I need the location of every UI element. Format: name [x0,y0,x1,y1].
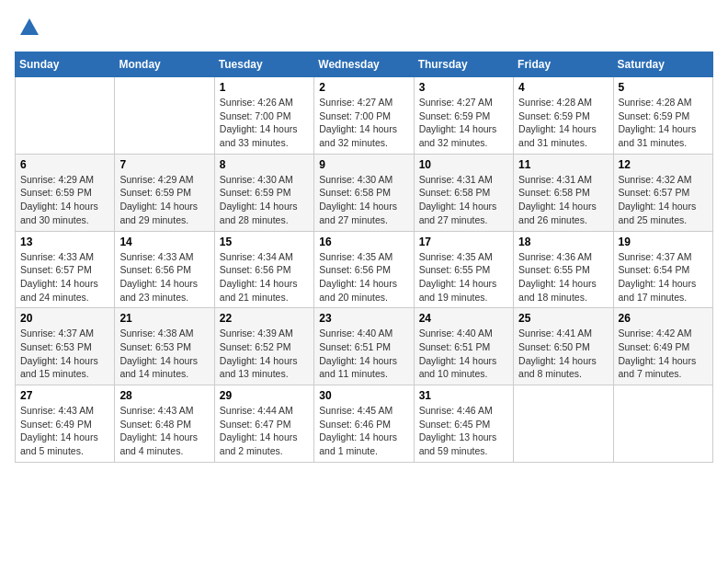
day-number: 20 [20,312,109,325]
day-number: 21 [119,312,209,325]
calendar-cell: 21Sunrise: 4:38 AM Sunset: 6:53 PM Dayli… [115,308,214,385]
day-info: Sunrise: 4:43 AM Sunset: 6:49 PM Dayligh… [20,404,109,458]
calendar-cell: 1Sunrise: 4:26 AM Sunset: 7:00 PM Daylig… [214,77,313,155]
day-number: 9 [319,158,408,171]
calendar-cell: 9Sunrise: 4:30 AM Sunset: 6:58 PM Daylig… [314,154,414,231]
day-number: 16 [319,236,408,248]
day-number: 3 [419,81,508,94]
logo-icon [17,15,42,40]
day-number: 15 [220,236,309,248]
day-number: 11 [518,158,608,171]
calendar-cell: 20Sunrise: 4:37 AM Sunset: 6:53 PM Dayli… [16,308,115,385]
day-info: Sunrise: 4:39 AM Sunset: 6:52 PM Dayligh… [220,327,309,381]
column-header-monday: Monday [115,52,214,77]
column-header-saturday: Saturday [613,52,712,77]
calendar-cell: 27Sunrise: 4:43 AM Sunset: 6:49 PM Dayli… [16,385,115,463]
day-number: 29 [220,389,309,402]
day-number: 24 [419,312,508,325]
calendar-cell: 3Sunrise: 4:27 AM Sunset: 6:59 PM Daylig… [414,77,513,155]
calendar-cell: 12Sunrise: 4:32 AM Sunset: 6:57 PM Dayli… [613,154,712,231]
calendar-cell: 31Sunrise: 4:46 AM Sunset: 6:45 PM Dayli… [414,385,513,463]
day-number: 23 [319,312,408,325]
calendar-cell: 28Sunrise: 4:43 AM Sunset: 6:48 PM Dayli… [115,385,214,463]
calendar-cell: 5Sunrise: 4:28 AM Sunset: 6:59 PM Daylig… [613,77,712,155]
calendar-cell: 15Sunrise: 4:34 AM Sunset: 6:56 PM Dayli… [214,231,313,308]
day-info: Sunrise: 4:45 AM Sunset: 6:46 PM Dayligh… [319,404,408,458]
day-info: Sunrise: 4:41 AM Sunset: 6:50 PM Dayligh… [518,327,608,381]
day-info: Sunrise: 4:35 AM Sunset: 6:55 PM Dayligh… [419,250,508,304]
day-info: Sunrise: 4:43 AM Sunset: 6:48 PM Dayligh… [119,404,209,458]
day-info: Sunrise: 4:32 AM Sunset: 6:57 PM Dayligh… [619,173,708,227]
day-info: Sunrise: 4:28 AM Sunset: 6:59 PM Dayligh… [518,96,608,150]
day-info: Sunrise: 4:27 AM Sunset: 6:59 PM Dayligh… [419,96,508,150]
calendar-cell: 6Sunrise: 4:29 AM Sunset: 6:59 PM Daylig… [16,154,115,231]
day-info: Sunrise: 4:37 AM Sunset: 6:53 PM Dayligh… [20,327,109,381]
day-number: 30 [319,389,408,402]
day-number: 5 [619,81,708,94]
day-number: 10 [419,158,508,171]
calendar-cell: 14Sunrise: 4:33 AM Sunset: 6:56 PM Dayli… [115,231,214,308]
calendar-cell: 2Sunrise: 4:27 AM Sunset: 7:00 PM Daylig… [314,77,414,155]
week-row-2: 6Sunrise: 4:29 AM Sunset: 6:59 PM Daylig… [16,154,713,231]
day-number: 28 [119,389,209,402]
day-info: Sunrise: 4:38 AM Sunset: 6:53 PM Dayligh… [119,327,209,381]
day-number: 31 [419,389,508,402]
day-info: Sunrise: 4:40 AM Sunset: 6:51 PM Dayligh… [319,327,408,381]
calendar-cell: 25Sunrise: 4:41 AM Sunset: 6:50 PM Dayli… [514,308,613,385]
day-number: 1 [220,81,309,94]
calendar-cell: 30Sunrise: 4:45 AM Sunset: 6:46 PM Dayli… [314,385,414,463]
week-row-4: 20Sunrise: 4:37 AM Sunset: 6:53 PM Dayli… [16,308,713,385]
calendar-cell: 11Sunrise: 4:31 AM Sunset: 6:58 PM Dayli… [514,154,613,231]
day-number: 17 [419,236,508,248]
day-info: Sunrise: 4:29 AM Sunset: 6:59 PM Dayligh… [20,173,109,227]
day-info: Sunrise: 4:37 AM Sunset: 6:54 PM Dayligh… [619,250,708,304]
day-info: Sunrise: 4:46 AM Sunset: 6:45 PM Dayligh… [419,404,508,458]
calendar-cell: 24Sunrise: 4:40 AM Sunset: 6:51 PM Dayli… [414,308,513,385]
calendar-cell: 18Sunrise: 4:36 AM Sunset: 6:55 PM Dayli… [514,231,613,308]
day-number: 25 [518,312,608,325]
day-number: 19 [619,236,708,248]
column-header-thursday: Thursday [414,52,513,77]
calendar-cell: 13Sunrise: 4:33 AM Sunset: 6:57 PM Dayli… [16,231,115,308]
day-info: Sunrise: 4:33 AM Sunset: 6:56 PM Dayligh… [119,250,209,304]
day-number: 8 [220,158,309,171]
week-row-3: 13Sunrise: 4:33 AM Sunset: 6:57 PM Dayli… [16,231,713,308]
day-number: 2 [319,81,408,94]
day-info: Sunrise: 4:27 AM Sunset: 7:00 PM Dayligh… [319,96,408,150]
day-number: 27 [20,389,109,402]
calendar-cell [514,385,613,463]
day-number: 14 [119,236,209,248]
day-info: Sunrise: 4:29 AM Sunset: 6:59 PM Dayligh… [119,173,209,227]
day-info: Sunrise: 4:33 AM Sunset: 6:57 PM Dayligh… [20,250,109,304]
day-info: Sunrise: 4:31 AM Sunset: 6:58 PM Dayligh… [419,173,508,227]
calendar-cell: 8Sunrise: 4:30 AM Sunset: 6:59 PM Daylig… [214,154,313,231]
calendar-cell: 26Sunrise: 4:42 AM Sunset: 6:49 PM Dayli… [613,308,712,385]
day-number: 22 [220,312,309,325]
day-number: 12 [619,158,708,171]
column-header-wednesday: Wednesday [314,52,414,77]
calendar-cell: 22Sunrise: 4:39 AM Sunset: 6:52 PM Dayli… [214,308,313,385]
day-info: Sunrise: 4:30 AM Sunset: 6:59 PM Dayligh… [220,173,309,227]
calendar-table: SundayMondayTuesdayWednesdayThursdayFrid… [15,52,713,463]
header-row: SundayMondayTuesdayWednesdayThursdayFrid… [16,52,713,77]
day-info: Sunrise: 4:31 AM Sunset: 6:58 PM Dayligh… [518,173,608,227]
day-number: 13 [20,236,109,248]
calendar-cell: 17Sunrise: 4:35 AM Sunset: 6:55 PM Dayli… [414,231,513,308]
calendar-cell: 23Sunrise: 4:40 AM Sunset: 6:51 PM Dayli… [314,308,414,385]
page-header [15,15,713,40]
calendar-cell: 10Sunrise: 4:31 AM Sunset: 6:58 PM Dayli… [414,154,513,231]
column-header-sunday: Sunday [16,52,115,77]
calendar-cell [115,77,214,155]
svg-marker-0 [20,18,39,35]
day-number: 6 [20,158,109,171]
day-number: 7 [119,158,209,171]
column-header-friday: Friday [514,52,613,77]
calendar-cell [16,77,115,155]
calendar-cell: 4Sunrise: 4:28 AM Sunset: 6:59 PM Daylig… [514,77,613,155]
day-info: Sunrise: 4:35 AM Sunset: 6:56 PM Dayligh… [319,250,408,304]
week-row-5: 27Sunrise: 4:43 AM Sunset: 6:49 PM Dayli… [16,385,713,463]
day-number: 4 [518,81,608,94]
day-info: Sunrise: 4:42 AM Sunset: 6:49 PM Dayligh… [619,327,708,381]
calendar-cell: 19Sunrise: 4:37 AM Sunset: 6:54 PM Dayli… [613,231,712,308]
week-row-1: 1Sunrise: 4:26 AM Sunset: 7:00 PM Daylig… [16,77,713,155]
